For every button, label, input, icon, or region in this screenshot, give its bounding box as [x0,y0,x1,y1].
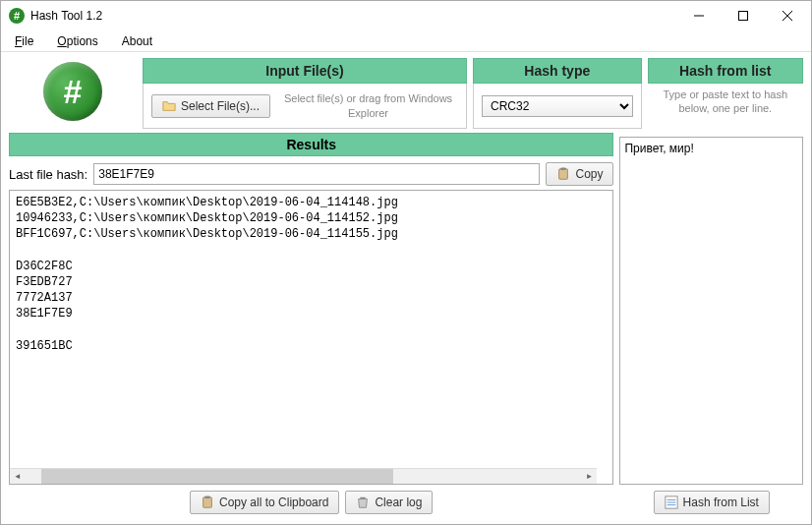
drag-hint: Select file(s) or drag from Windows Expl… [278,91,458,120]
last-hash-label: Last file hash: [9,167,87,182]
content-area: # Input File(s) Select File(s)... Select… [1,52,811,524]
app-icon: # [9,8,25,24]
window-title: Hash Tool 1.2 [30,9,676,23]
svg-rect-8 [203,497,212,508]
copy-button[interactable]: Copy [546,162,613,186]
copy-all-button[interactable]: Copy all to Clipboard [190,491,339,514]
main-window: # Hash Tool 1.2 File Options About # Inp… [0,0,812,525]
trash-icon [356,496,370,509]
close-button[interactable] [765,2,809,29]
input-files-header: Input File(s) [143,58,467,84]
log-output[interactable]: E6E5B3E2,C:\Users\компик\Desktop\2019-06… [9,190,613,485]
scroll-left-icon[interactable]: ◄ [10,469,26,485]
clear-log-button[interactable]: Clear log [345,491,433,514]
hash-from-list-button[interactable]: Hash from List [654,491,770,514]
clipboard-icon [201,496,214,509]
logo-cell: # [9,58,137,129]
hash-type-header: Hash type [473,58,642,84]
input-files-panel: Input File(s) Select File(s)... Select f… [143,58,467,129]
hash-text-input[interactable] [619,137,803,485]
horizontal-scrollbar[interactable]: ◄ ► [10,468,597,484]
titlebar: # Hash Tool 1.2 [1,1,811,30]
hash-type-select[interactable]: CRC32 [482,95,633,117]
hash-from-list-label: Hash from List [683,496,759,509]
minimize-button[interactable] [676,2,721,29]
svg-rect-9 [204,496,209,498]
menu-options[interactable]: Options [51,32,103,50]
hash-logo-icon: # [43,62,102,121]
paste-hint: Type or paste text to hash below, one pe… [648,84,803,120]
menubar: File Options About [1,30,811,52]
window-controls [676,2,809,29]
menu-about[interactable]: About [116,32,158,50]
svg-rect-7 [561,167,566,170]
scroll-thumb[interactable] [41,469,393,484]
svg-rect-6 [559,169,568,180]
select-files-button[interactable]: Select File(s)... [151,94,270,118]
copy-label: Copy [575,167,603,181]
clear-log-label: Clear log [375,496,422,509]
svg-text:#: # [14,10,20,22]
last-hash-input[interactable] [93,163,540,185]
maximize-button[interactable] [721,2,765,29]
copy-all-label: Copy all to Clipboard [219,496,328,509]
svg-rect-3 [738,12,747,21]
results-header: Results [9,133,613,156]
list-icon [665,496,678,509]
svg-rect-10 [361,497,366,499]
hash-from-list-panel: Hash from list Type or paste text to has… [648,58,803,129]
folder-icon [162,99,176,113]
clipboard-icon [556,167,570,181]
select-files-label: Select File(s)... [181,99,260,113]
hash-type-panel: Hash type CRC32 [473,58,642,129]
menu-file[interactable]: File [9,32,39,50]
scroll-right-icon[interactable]: ► [581,469,597,485]
hash-from-list-header: Hash from list [648,58,803,84]
